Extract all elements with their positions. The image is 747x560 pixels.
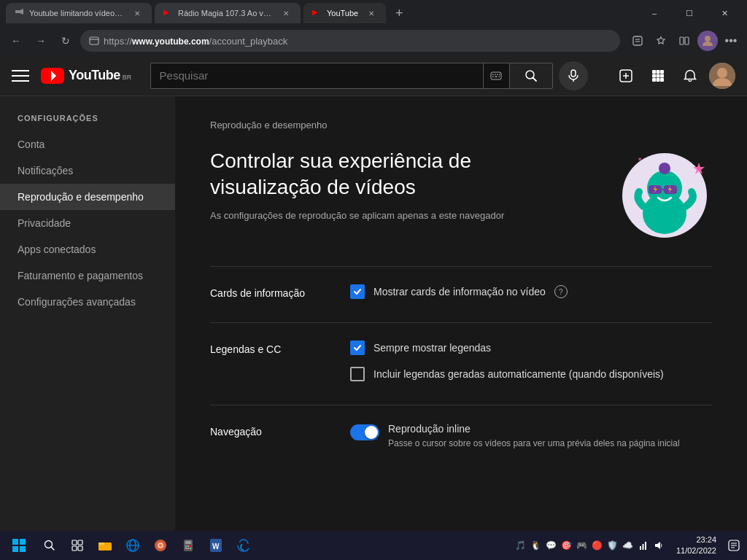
sidebar-item-privacidade[interactable]: Privacidade bbox=[0, 210, 175, 236]
sidebar-item-avancadas[interactable]: Configurações avançadas bbox=[0, 289, 175, 315]
toggle-thumb bbox=[365, 426, 378, 439]
sidebar-item-reproducao[interactable]: Reprodução e desempenho bbox=[0, 184, 175, 210]
svg-rect-20 bbox=[571, 70, 576, 77]
page-title: Controlar sua experiência de visualizaçã… bbox=[210, 148, 575, 201]
tray-icon-7[interactable]: 🛡️ bbox=[605, 538, 620, 553]
svg-rect-65 bbox=[190, 545, 191, 547]
svg-rect-26 bbox=[657, 70, 660, 74]
inline-toggle[interactable] bbox=[350, 424, 379, 440]
sidebar-item-avancadas-label: Configurações avançadas bbox=[18, 296, 136, 308]
sidebar-item-notificacoes-label: Notificações bbox=[18, 165, 73, 176]
svg-rect-71 bbox=[640, 546, 641, 550]
tray-icon-4[interactable]: 🎯 bbox=[560, 538, 574, 553]
svg-rect-27 bbox=[660, 70, 664, 74]
legendas-checkbox-label-1: Sempre mostrar legendas bbox=[374, 342, 491, 354]
minimize-button[interactable]: – bbox=[638, 1, 671, 25]
legendas-label: Legendas e CC bbox=[210, 341, 327, 381]
settings-content: Reprodução e desempenho Controlar sua ex… bbox=[175, 96, 747, 531]
new-tab-button[interactable]: + bbox=[389, 3, 409, 23]
taskbar-word[interactable]: W bbox=[203, 532, 229, 559]
sidebar-item-faturamento-label: Faturamento e pagamentos bbox=[18, 270, 143, 281]
svg-rect-6 bbox=[680, 37, 684, 44]
hamburger-menu[interactable] bbox=[12, 67, 29, 85]
section-divider-1 bbox=[210, 266, 712, 267]
svg-rect-10 bbox=[491, 72, 501, 79]
favorites-icon[interactable] bbox=[651, 31, 671, 51]
sidebar-item-conta[interactable]: Conta bbox=[0, 131, 175, 158]
notification-center[interactable] bbox=[724, 532, 744, 559]
taskbar-edge[interactable] bbox=[231, 532, 257, 559]
taskbar-calculator[interactable] bbox=[175, 532, 201, 559]
tab1-favicon bbox=[15, 8, 25, 18]
taskbar-clock[interactable]: 23:24 11/02/2022 bbox=[670, 534, 722, 557]
start-button[interactable] bbox=[3, 532, 35, 559]
legendas-section: Legendas e CC Sempre mostrar legendas In… bbox=[210, 341, 712, 381]
more-options-icon[interactable]: ••• bbox=[721, 31, 741, 51]
address-input[interactable]: https://www.youtube.com/account_playback bbox=[80, 30, 620, 52]
tray-icon-2[interactable]: 🐧 bbox=[529, 538, 543, 553]
legendas-checkbox-2[interactable] bbox=[350, 367, 365, 381]
sidebar-item-apps[interactable]: Apps conectados bbox=[0, 236, 175, 262]
notifications-button[interactable] bbox=[677, 63, 703, 89]
taskbar-browser[interactable] bbox=[120, 532, 146, 559]
sidebar-item-faturamento[interactable]: Faturamento e pagamentos bbox=[0, 262, 175, 289]
cards-info-icon[interactable]: ? bbox=[554, 285, 568, 298]
windows-icon bbox=[12, 539, 26, 552]
task-view-button[interactable] bbox=[64, 532, 90, 559]
svg-rect-64 bbox=[187, 545, 189, 547]
svg-marker-9 bbox=[51, 71, 56, 81]
taskbar-paint[interactable] bbox=[147, 532, 174, 559]
youtube-logo[interactable]: YouTube BR bbox=[41, 68, 131, 84]
browser-tab-2[interactable]: ▶ Rádio Magia 107.3 Ao vivo ✕ bbox=[155, 3, 301, 23]
sidebar-item-notificacoes[interactable]: Notificações bbox=[0, 158, 175, 184]
svg-rect-62 bbox=[185, 541, 191, 544]
forward-button[interactable]: → bbox=[31, 31, 51, 51]
svg-rect-68 bbox=[190, 548, 191, 549]
header-actions bbox=[613, 63, 735, 89]
tray-icon-3[interactable]: 💬 bbox=[544, 538, 559, 553]
legendas-controls: Sempre mostrar legendas Incluir legendas… bbox=[350, 341, 712, 381]
apps-button[interactable] bbox=[645, 63, 671, 89]
search-input[interactable] bbox=[150, 63, 483, 89]
tab3-close[interactable]: ✕ bbox=[365, 7, 377, 19]
collections-icon[interactable] bbox=[627, 31, 648, 51]
section-divider-3 bbox=[210, 405, 712, 405]
legendas-checkbox-1[interactable] bbox=[350, 341, 365, 355]
tab3-favicon: ▶ bbox=[312, 8, 322, 18]
clock-time: 23:24 bbox=[676, 534, 716, 545]
svg-rect-15 bbox=[492, 76, 494, 77]
tab1-close[interactable]: ✕ bbox=[131, 7, 143, 19]
tray-icon-cloud[interactable]: ☁️ bbox=[621, 538, 635, 553]
create-button[interactable] bbox=[613, 63, 639, 89]
svg-rect-17 bbox=[499, 76, 500, 77]
mic-button[interactable] bbox=[559, 61, 588, 90]
taskbar-search[interactable] bbox=[36, 532, 63, 559]
browser-tab-1[interactable]: Youtube limitando vídeos em qu ✕ bbox=[6, 3, 152, 23]
legendas-checkbox-row-1: Sempre mostrar legendas bbox=[350, 341, 712, 355]
refresh-button[interactable]: ↻ bbox=[55, 31, 76, 51]
settings-sidebar: CONFIGURAÇÕES Conta Notificações Reprodu… bbox=[0, 96, 175, 531]
tray-icon-1[interactable]: 🎵 bbox=[514, 538, 528, 553]
reading-view-icon[interactable] bbox=[674, 31, 694, 51]
tray-icon-5[interactable]: 🎮 bbox=[575, 538, 589, 553]
tray-icon-6[interactable]: 🔴 bbox=[590, 538, 605, 553]
sidebar-section-title: CONFIGURAÇÕES bbox=[0, 108, 175, 131]
tray-network[interactable] bbox=[636, 538, 651, 553]
keyboard-icon[interactable] bbox=[483, 63, 509, 89]
back-button[interactable]: ← bbox=[6, 31, 26, 51]
taskbar-explorer[interactable] bbox=[92, 532, 118, 559]
tab2-close[interactable]: ✕ bbox=[280, 7, 292, 19]
youtube-header: YouTube BR bbox=[0, 55, 747, 96]
user-avatar[interactable] bbox=[709, 63, 735, 89]
search-button[interactable] bbox=[509, 63, 553, 89]
close-button[interactable]: ✕ bbox=[708, 1, 741, 25]
svg-rect-3 bbox=[633, 36, 642, 45]
maximize-button[interactable]: ☐ bbox=[673, 1, 706, 25]
cards-checkbox[interactable] bbox=[350, 284, 365, 299]
browser-tab-3[interactable]: ▶ YouTube ✕ bbox=[303, 3, 386, 23]
toggle-track bbox=[350, 424, 379, 440]
tray-volume[interactable] bbox=[651, 538, 666, 553]
tab2-title: Rádio Magia 107.3 Ao vivo bbox=[178, 9, 273, 18]
profile-icon[interactable] bbox=[697, 31, 718, 51]
page-header: Controlar sua experiência de visualizaçã… bbox=[210, 148, 712, 243]
